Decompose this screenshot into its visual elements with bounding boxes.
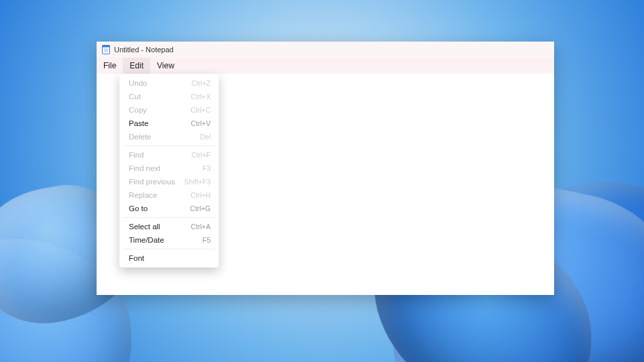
menu-item-label: Copy <box>129 106 147 114</box>
titlebar[interactable]: Untitled - Notepad <box>97 42 554 58</box>
menu-item-delete[interactable]: Delete Del <box>119 130 219 143</box>
menu-item-shortcut: Ctrl+V <box>191 119 211 127</box>
menu-view[interactable]: View <box>150 58 181 74</box>
menu-item-shortcut: Ctrl+A <box>191 223 211 231</box>
menu-item-label: Select all <box>129 223 160 231</box>
menu-item-replace[interactable]: Replace Ctrl+H <box>119 188 219 202</box>
edit-menu-dropdown: Undo Ctrl+Z Cut Ctrl+X Copy Ctrl+C Paste… <box>119 74 219 267</box>
menu-file[interactable]: File <box>97 58 123 74</box>
menu-item-select-all[interactable]: Select all Ctrl+A <box>119 220 219 233</box>
menu-item-shortcut: F5 <box>203 236 211 244</box>
menu-item-shortcut: Ctrl+G <box>190 204 211 213</box>
menu-separator <box>123 217 215 218</box>
menubar: File Edit View <box>97 58 554 74</box>
menu-item-font[interactable]: Font <box>119 251 219 265</box>
menu-separator <box>123 249 215 249</box>
menu-view-label: View <box>157 61 174 70</box>
menu-item-shortcut: Ctrl+H <box>191 191 211 199</box>
menu-item-time-date[interactable]: Time/Date F5 <box>119 233 219 247</box>
svg-rect-1 <box>103 46 110 48</box>
desktop: Untitled - Notepad File Edit View Undo C… <box>0 0 644 362</box>
menu-item-go-to[interactable]: Go to Ctrl+G <box>119 202 219 215</box>
notepad-icon <box>102 45 110 54</box>
menu-item-shortcut: Ctrl+Z <box>191 79 211 87</box>
menu-separator <box>123 145 215 146</box>
menu-item-label: Delete <box>129 133 151 141</box>
menu-item-label: Time/Date <box>129 236 164 244</box>
menu-item-find-next[interactable]: Find next F3 <box>119 162 219 175</box>
menu-item-shortcut: Ctrl+F <box>191 151 211 159</box>
menu-item-label: Find <box>129 151 144 159</box>
menu-item-label: Font <box>129 254 144 262</box>
menu-item-cut[interactable]: Cut Ctrl+X <box>119 90 219 103</box>
menu-item-shortcut: Shift+F3 <box>184 178 211 186</box>
menu-item-find-previous[interactable]: Find previous Shift+F3 <box>119 175 219 188</box>
menu-item-label: Paste <box>129 119 148 127</box>
menu-item-label: Undo <box>129 79 148 87</box>
menu-item-label: Find next <box>129 164 160 172</box>
window-title: Untitled - Notepad <box>114 46 174 54</box>
menu-edit-label: Edit <box>129 61 144 70</box>
menu-item-shortcut: Ctrl+C <box>191 106 211 114</box>
menu-item-label: Go to <box>129 204 148 213</box>
menu-item-paste[interactable]: Paste Ctrl+V <box>119 117 219 130</box>
menu-item-shortcut: Ctrl+X <box>191 93 211 101</box>
menu-file-label: File <box>103 61 116 70</box>
menu-edit[interactable]: Edit <box>123 58 150 74</box>
menu-item-find[interactable]: Find Ctrl+F <box>119 148 219 162</box>
menu-item-shortcut: Del <box>200 133 211 141</box>
menu-item-label: Replace <box>129 191 157 199</box>
menu-item-undo[interactable]: Undo Ctrl+Z <box>119 76 219 90</box>
menu-item-copy[interactable]: Copy Ctrl+C <box>119 103 219 117</box>
menu-item-label: Find previous <box>129 178 175 186</box>
menu-item-shortcut: F3 <box>203 164 211 172</box>
menu-item-label: Cut <box>129 93 141 101</box>
